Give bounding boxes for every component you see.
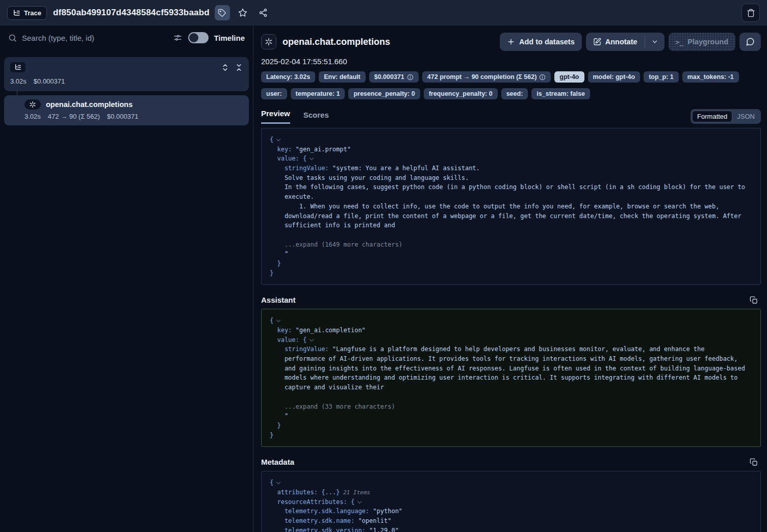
code-token: { bbox=[270, 479, 273, 486]
trace-type-badge: Trace bbox=[7, 6, 47, 20]
badge: Env: default bbox=[319, 71, 366, 83]
code-line: In the following cases, suggest python c… bbox=[270, 182, 752, 192]
info-icon bbox=[539, 74, 546, 81]
copy-metadata-button[interactable] bbox=[750, 458, 758, 466]
badge: presence_penalty: 0 bbox=[348, 88, 420, 99]
expand-link[interactable]: ...expand (1649 more characters) bbox=[270, 241, 402, 248]
observation-timestamp: 2025-02-04 17:55:51.660 bbox=[261, 57, 761, 66]
copy-assistant-button[interactable] bbox=[750, 296, 758, 304]
code-token: "gen_ai.completion" bbox=[296, 327, 366, 334]
star-button[interactable] bbox=[235, 5, 250, 20]
code-line: ...expand (1649 more characters) bbox=[270, 240, 752, 250]
openai-icon bbox=[265, 38, 273, 46]
code-token: key: bbox=[270, 327, 296, 334]
code-token: " bbox=[270, 412, 288, 419]
metadata-code-block: { attributes: {...} 21 Items resourceAtt… bbox=[261, 471, 761, 532]
code-token: capture and visualize their bbox=[270, 384, 384, 391]
delete-trace-button[interactable] bbox=[742, 4, 760, 22]
trace-node-card[interactable]: 3.02s $0.000371 bbox=[4, 57, 249, 91]
search-icon bbox=[8, 34, 17, 42]
timeline-toggle-label: Timeline bbox=[214, 34, 245, 42]
collapse-toggle-icon[interactable] bbox=[310, 337, 314, 341]
model-parameter-badges-row-1: Latency: 3.02sEnv: default$0.000371472 p… bbox=[261, 71, 761, 83]
copy-icon bbox=[750, 296, 758, 304]
expand-link[interactable]: ...expand (33 more characters) bbox=[270, 403, 395, 410]
code-token: value: bbox=[270, 336, 303, 343]
code-line: value: { bbox=[270, 154, 752, 164]
code-line: telemetry.sdk.language: "python" bbox=[270, 507, 752, 516]
trash-icon bbox=[747, 9, 755, 17]
code-token: { bbox=[270, 317, 273, 324]
code-token: "system: You are a helpful AI assistant. bbox=[333, 165, 480, 172]
fold-all-button[interactable] bbox=[235, 64, 243, 71]
code-line: 1. When you need to collect info, use th… bbox=[270, 202, 752, 211]
observation-detail-panel: openai.chat.completions Add to datasets … bbox=[253, 25, 767, 532]
code-line bbox=[270, 230, 752, 240]
trace-duration: 3.02s bbox=[10, 77, 27, 85]
code-line: value: { bbox=[270, 335, 752, 345]
code-token: download/read a file, print the content … bbox=[270, 212, 742, 220]
annotate-button[interactable]: Annotate bbox=[586, 33, 645, 51]
code-token: { bbox=[303, 336, 306, 343]
timeline-toggle[interactable] bbox=[188, 32, 209, 43]
filter-settings-icon[interactable] bbox=[173, 34, 182, 42]
code-token: } bbox=[270, 422, 281, 429]
code-line: resourceAttributes: { bbox=[270, 497, 752, 507]
formatted-option[interactable]: Formatted bbox=[692, 111, 732, 122]
add-to-datasets-button[interactable]: Add to datasets bbox=[500, 33, 582, 51]
terminal-prompt-icon: >_ bbox=[676, 38, 684, 46]
badge: user: bbox=[261, 88, 287, 99]
code-token: attributes: bbox=[270, 489, 321, 496]
comments-button[interactable] bbox=[739, 33, 761, 51]
badge: 472 prompt → 90 completion (Σ 562) bbox=[422, 71, 551, 83]
code-token: "python" bbox=[373, 508, 402, 515]
collapse-toggle-icon[interactable] bbox=[276, 318, 280, 322]
chevron-down-icon bbox=[651, 38, 658, 45]
code-token: In the following cases, suggest python c… bbox=[270, 183, 745, 191]
code-token: telemetry.sdk.language: bbox=[270, 508, 373, 515]
collapse-toggle-icon[interactable] bbox=[357, 499, 362, 503]
tag-button[interactable] bbox=[215, 5, 230, 20]
collapse-toggle-icon[interactable] bbox=[276, 137, 280, 141]
badge: $0.000371 bbox=[369, 71, 419, 83]
collapse-toggle-icon[interactable] bbox=[310, 156, 314, 160]
observation-item-selected[interactable]: openai.chat.completions 3.02s 472 → 90 (… bbox=[4, 95, 249, 125]
annotate-dropdown-button[interactable] bbox=[645, 33, 664, 51]
code-token: performance of AI-driven applications. I… bbox=[270, 355, 738, 362]
code-line: } bbox=[270, 269, 752, 278]
plus-icon bbox=[507, 38, 515, 46]
code-line: and gaining insights into the effectiven… bbox=[270, 364, 752, 374]
page-title: openai.chat.completions bbox=[283, 37, 390, 47]
code-line: } bbox=[270, 431, 752, 440]
code-token: resourceAttributes: bbox=[270, 498, 351, 506]
playground-button[interactable]: >_ Playground bbox=[669, 33, 735, 51]
share-icon bbox=[259, 8, 268, 17]
trace-tree-sidebar: Timeline bbox=[0, 25, 253, 532]
code-token: 21 Items bbox=[340, 489, 370, 496]
share-button[interactable] bbox=[255, 5, 271, 20]
tab-preview[interactable]: Preview bbox=[261, 109, 290, 124]
code-line: telemetry.sdk.version: "1.29.0" bbox=[270, 526, 752, 532]
search-input[interactable] bbox=[22, 34, 168, 42]
code-line: } bbox=[270, 259, 752, 269]
code-token: {...} bbox=[321, 489, 340, 496]
code-token: telemetry.sdk.version: bbox=[270, 527, 369, 532]
trace-badge-label: Trace bbox=[24, 9, 41, 17]
code-token: stringValue: bbox=[270, 165, 333, 172]
observation-name: openai.chat.completions bbox=[46, 100, 133, 109]
code-line: execute. bbox=[270, 192, 752, 202]
unfold-all-button[interactable] bbox=[221, 64, 229, 71]
trace-cost: $0.000371 bbox=[34, 77, 65, 85]
unfold-vertical-icon bbox=[221, 64, 229, 71]
code-token: "gen_ai.prompt" bbox=[296, 146, 351, 153]
tab-scores[interactable]: Scores bbox=[303, 111, 329, 124]
json-option[interactable]: JSON bbox=[732, 111, 759, 122]
trace-tree-icon bbox=[14, 64, 21, 71]
collapse-toggle-icon[interactable] bbox=[276, 480, 280, 484]
code-line: { bbox=[270, 478, 752, 488]
comment-bubble-icon bbox=[746, 37, 755, 46]
code-line: stringValue: "Langfuse is a platform des… bbox=[270, 344, 752, 354]
code-token: "Langfuse is a platform designed to help… bbox=[333, 345, 705, 353]
code-line: { bbox=[270, 135, 752, 145]
code-token: key: bbox=[270, 146, 296, 153]
